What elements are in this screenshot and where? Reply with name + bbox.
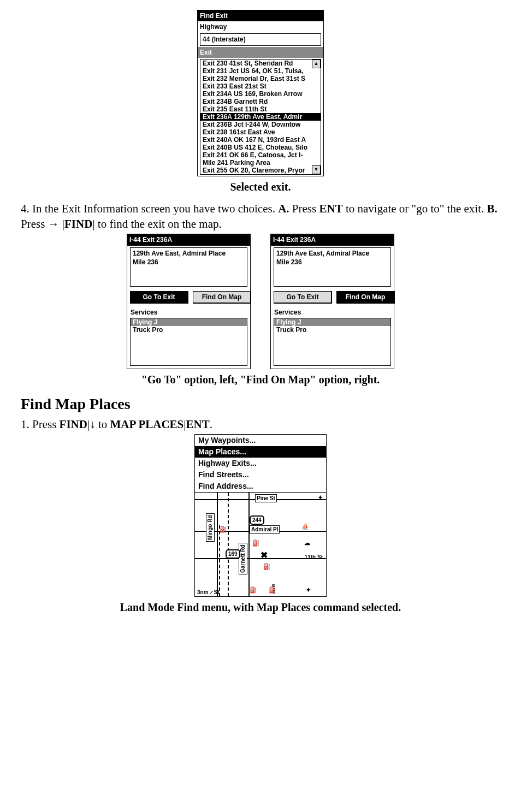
exit-list-item[interactable]: Exit 232 Memorial Dr, East 31st S	[200, 75, 321, 82]
find-map-places-heading: Find Map Places	[21, 394, 500, 414]
highway-shield: 169	[226, 549, 240, 559]
exit-desc: 129th Ave East, Admiral Place Mile 236	[130, 247, 247, 287]
exit-desc: 129th Ave East, Admiral Place Mile 236	[274, 247, 391, 287]
step-4-paragraph: 4. In the Exit Information screen you ha…	[21, 201, 500, 232]
services-label: Services	[274, 308, 390, 317]
street-label: Pine St	[255, 494, 277, 503]
poi-icon: ⛽	[220, 525, 227, 534]
find-menu-item[interactable]: Map Places...	[195, 446, 326, 458]
exit-list-item[interactable]: Mile 241 Parking Area	[200, 159, 321, 167]
find-menu-item[interactable]: My Waypoints...	[195, 435, 326, 446]
poi-icon: ⛽	[263, 562, 271, 571]
exit-label: Exit	[198, 47, 323, 58]
exit-list-item[interactable]: Exit 240B US 412 E, Choteau, Silo	[200, 144, 321, 151]
poi-icon: ⛽	[252, 539, 260, 547]
find-on-map-button[interactable]: Find On Map	[336, 291, 395, 304]
pair-caption: "Go To" option, left, "Find On Map" opti…	[21, 372, 500, 387]
find-menu-item[interactable]: Find Streets...	[195, 469, 326, 481]
exit-list[interactable]: ▲ Exit 230 41st St, Sheridan RdExit 231 …	[200, 59, 321, 175]
exit-list-item[interactable]: Exit 236B Jct I-244 W, Downtow	[200, 121, 321, 128]
exit-list-item[interactable]: Exit 240A OK 167 N, 193rd East A	[200, 136, 321, 144]
street-label: Admiral Pl	[250, 525, 280, 534]
find-menu-item[interactable]: Find Address...	[195, 481, 326, 492]
services-list[interactable]: Flying J Truck Pro	[274, 318, 391, 366]
poi-icon: ⛽	[250, 586, 257, 594]
exit-list-item[interactable]: Exit 255 OK 20, Claremore, Pryor	[200, 167, 321, 174]
poi-icon: ⛵	[301, 523, 309, 531]
exit-list-item[interactable]: Exit 236A 129th Ave East, Admir	[200, 113, 321, 121]
find-on-map-button[interactable]: Find On Map	[193, 291, 251, 304]
highway-shield: 244	[250, 515, 264, 525]
fig1-caption: Selected exit.	[21, 180, 500, 194]
map-canvas[interactable]: Pine St Admiral Pl 11th St Mingo Rd Garn…	[195, 493, 326, 596]
mapfig-caption: Land Mode Find menu, with Map Places com…	[21, 600, 500, 615]
service-item[interactable]: Flying J	[274, 318, 390, 326]
street-label: Garnett Rd	[239, 543, 247, 574]
service-item[interactable]: Truck Pro	[131, 326, 247, 334]
map-places-figure: My Waypoints...Map Places...Highway Exit…	[194, 434, 327, 596]
exit-list-item[interactable]: Exit 231 Jct US 64, OK 51, Tulsa,	[200, 67, 321, 75]
poi-icon: ☁	[304, 539, 310, 547]
scroll-down-icon[interactable]: ▼	[312, 165, 321, 174]
exit-list-item[interactable]: Exit 241 OK 66 E, Catoosa, Jct I-	[200, 151, 321, 159]
poi-icon: ✦	[318, 494, 323, 502]
highway-field[interactable]: 44 (Interstate)	[200, 33, 321, 45]
go-to-exit-button[interactable]: Go To Exit	[274, 291, 332, 304]
go-to-exit-button[interactable]: Go To Exit	[130, 291, 188, 304]
exit-card-title: I-44 Exit 236A	[271, 234, 394, 245]
find-exit-titlebar: Find Exit	[198, 10, 323, 21]
exit-info-card-right: I-44 Exit 236A 129th Ave East, Admiral P…	[270, 234, 394, 369]
highway-label: Highway	[198, 21, 323, 32]
find-menu-item[interactable]: Highway Exits...	[195, 458, 326, 469]
exit-list-item[interactable]: Exit 234A US 169, Broken Arrow	[200, 90, 321, 98]
exit-list-item[interactable]: Exit 234B Garnett Rd	[200, 98, 321, 105]
find-menu[interactable]: My Waypoints...Map Places...Highway Exit…	[195, 435, 326, 492]
poi-icon: ✦	[306, 586, 311, 594]
service-item[interactable]: Truck Pro	[274, 326, 390, 334]
findmap-step1: 1. Press FIND|↓ to MAP PLACES|ENT.	[21, 417, 500, 432]
poi-icon: ✖	[260, 549, 268, 561]
services-list[interactable]: Flying J Truck Pro	[130, 318, 247, 366]
map-scale: 3nm⟋St	[196, 589, 221, 596]
exit-list-item[interactable]: Exit 230 41st St, Sheridan Rd	[200, 60, 321, 67]
exit-card-title: I-44 Exit 236A	[127, 234, 250, 245]
street-label: Mingo Rd	[206, 513, 215, 542]
service-item[interactable]: Flying J	[131, 318, 247, 326]
street-label: 11th St	[304, 554, 324, 561]
poi-icon: ⛽	[269, 586, 276, 594]
scroll-up-icon[interactable]: ▲	[312, 60, 321, 68]
exit-list-item[interactable]: Exit 235 East 11th St	[200, 105, 321, 113]
exit-list-item[interactable]: Exit 238 161st East Ave	[200, 128, 321, 136]
exit-info-card-left: I-44 Exit 236A 129th Ave East, Admiral P…	[127, 234, 251, 369]
services-label: Services	[131, 308, 247, 317]
exit-list-item[interactable]: Exit 233 East 21st St	[200, 82, 321, 90]
